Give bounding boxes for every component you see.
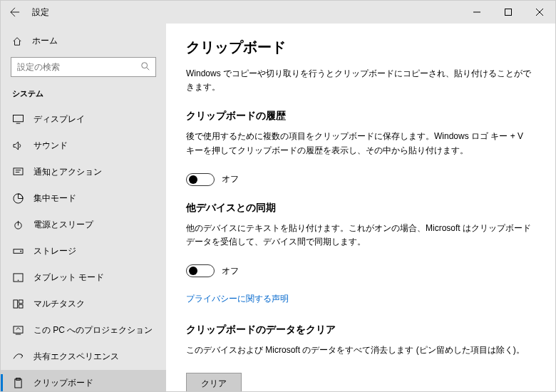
- sidebar: ホーム システム ディスプレイ サウンド: [1, 24, 166, 391]
- sidebar-item-storage[interactable]: ストレージ: [1, 238, 166, 264]
- privacy-link[interactable]: プライバシーに関する声明: [186, 293, 289, 305]
- close-icon: [536, 9, 543, 16]
- sidebar-item-label: ストレージ: [34, 245, 76, 257]
- sync-toggle-row: オフ: [186, 264, 534, 277]
- svg-rect-11: [19, 300, 23, 304]
- clear-button[interactable]: クリア: [186, 373, 242, 391]
- titlebar: 設定: [1, 1, 555, 24]
- sidebar-item-projection[interactable]: この PC へのプロジェクション: [1, 317, 166, 344]
- sidebar-item-label: マルチタスク: [34, 298, 85, 310]
- search-box: [11, 57, 156, 77]
- clipboard-icon: [12, 378, 24, 388]
- svg-rect-3: [14, 168, 23, 175]
- sidebar-item-label: サウンド: [34, 140, 68, 152]
- sidebar-item-label: この PC へのプロジェクション: [34, 324, 153, 336]
- sync-toggle[interactable]: [186, 264, 215, 277]
- section-history-desc: 後で使用するために複数の項目をクリップボードに保存します。Windows ロゴ …: [186, 130, 534, 157]
- sidebar-item-focus[interactable]: 集中モード: [1, 185, 166, 212]
- content-pane: クリップボード Windows でコピーや切り取りを行うとクリップボードにコピー…: [166, 24, 555, 391]
- storage-icon: [12, 247, 24, 256]
- multitask-icon: [12, 299, 24, 309]
- sidebar-item-label: 共有エクスペリエンス: [34, 351, 119, 363]
- sound-icon: [12, 141, 24, 150]
- maximize-button[interactable]: [493, 1, 524, 24]
- maximize-icon: [505, 9, 512, 16]
- focus-icon: [12, 193, 24, 204]
- toggle-knob: [189, 267, 197, 275]
- notification-icon: [12, 167, 24, 177]
- search-icon: [140, 61, 150, 71]
- history-toggle[interactable]: [186, 173, 215, 186]
- page-title: クリップボード: [186, 38, 534, 57]
- window-controls: [461, 1, 555, 24]
- sidebar-item-tablet[interactable]: タブレット モード: [1, 264, 166, 291]
- svg-rect-10: [14, 300, 18, 308]
- sidebar-item-multitask[interactable]: マルチタスク: [1, 291, 166, 317]
- sidebar-home[interactable]: ホーム: [1, 29, 166, 53]
- back-button[interactable]: [1, 7, 29, 17]
- sidebar-item-display[interactable]: ディスプレイ: [1, 106, 166, 133]
- display-icon: [12, 115, 24, 124]
- settings-window: 設定 ホーム: [0, 0, 556, 392]
- body: ホーム システム ディスプレイ サウンド: [1, 24, 555, 391]
- history-toggle-label: オフ: [222, 173, 239, 185]
- sidebar-item-label: ディスプレイ: [34, 113, 85, 125]
- search-input[interactable]: [11, 57, 156, 77]
- sidebar-item-label: 通知とアクション: [34, 166, 102, 178]
- section-history-heading: クリップボードの履歴: [186, 110, 534, 123]
- minimize-icon: [473, 9, 480, 16]
- section-sync-heading: 他デバイスとの同期: [186, 202, 534, 215]
- sidebar-nav: ディスプレイ サウンド 通知とアクション 集中モード 電源とスリープ: [1, 106, 166, 391]
- window-title: 設定: [32, 6, 49, 19]
- sidebar-item-label: クリップボード: [34, 377, 93, 389]
- power-icon: [12, 220, 24, 230]
- svg-point-1: [142, 63, 148, 68]
- sidebar-item-label: 集中モード: [34, 192, 76, 205]
- sidebar-item-power[interactable]: 電源とスリープ: [1, 212, 166, 238]
- tablet-icon: [12, 273, 24, 282]
- sidebar-item-notifications[interactable]: 通知とアクション: [1, 159, 166, 185]
- sidebar-item-label: 電源とスリープ: [34, 219, 93, 231]
- projection-icon: [12, 326, 24, 335]
- sidebar-home-label: ホーム: [32, 35, 58, 47]
- section-clear-heading: クリップボードのデータをクリア: [186, 324, 534, 336]
- svg-rect-12: [19, 304, 23, 308]
- sidebar-item-clipboard[interactable]: クリップボード: [1, 370, 166, 391]
- arrow-left-icon: [10, 7, 20, 17]
- close-button[interactable]: [524, 1, 555, 24]
- share-icon: [12, 352, 24, 361]
- page-intro: Windows でコピーや切り取りを行うとクリップボードにコピーされ、貼り付ける…: [186, 67, 534, 94]
- svg-rect-2: [13, 115, 23, 121]
- section-sync-desc: 他のデバイスにテキストを貼り付けます。これがオンの場合、Microsoft はク…: [186, 222, 534, 249]
- svg-point-9: [17, 279, 18, 280]
- home-icon: [12, 36, 22, 46]
- sync-toggle-label: オフ: [222, 265, 239, 277]
- minimize-button[interactable]: [461, 1, 493, 24]
- history-toggle-row: オフ: [186, 173, 534, 186]
- sidebar-item-sound[interactable]: サウンド: [1, 133, 166, 159]
- sidebar-category: システム: [1, 84, 166, 106]
- svg-rect-0: [505, 9, 512, 16]
- sidebar-item-label: タブレット モード: [34, 272, 104, 284]
- section-clear-desc: このデバイスおよび Microsoft のデータをすべて消去します (ピン留めし…: [186, 344, 534, 357]
- sidebar-item-shared[interactable]: 共有エクスペリエンス: [1, 344, 166, 370]
- svg-point-7: [20, 251, 21, 252]
- toggle-knob: [189, 175, 197, 184]
